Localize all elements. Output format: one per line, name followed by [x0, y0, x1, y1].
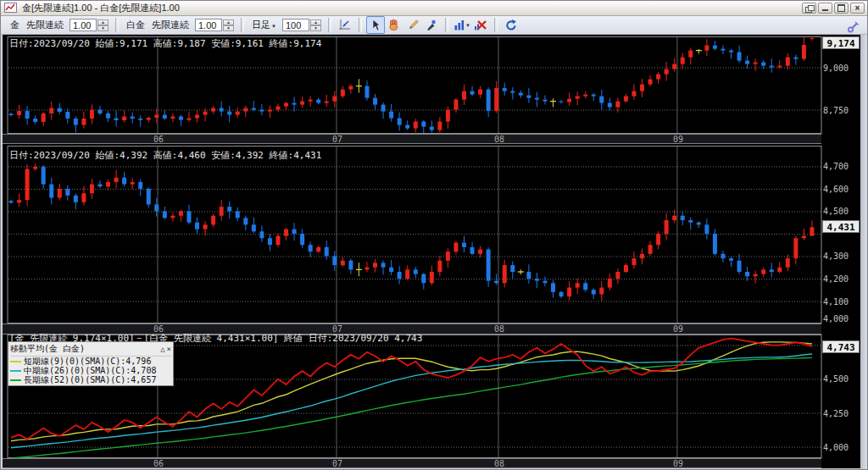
month-label: 08: [494, 459, 504, 468]
legend-collapse-button[interactable]: △: [160, 345, 164, 353]
sma9-color-swatch: [10, 361, 21, 362]
refresh-button[interactable]: [502, 16, 520, 34]
time-axis-strip: 06070809: [3, 458, 821, 468]
time-axis-strip: 06070809: [3, 134, 821, 144]
application-window: 金[先限連続]1.00 - 白金[先限連続]1.00 × 金 先限連続 1.00…: [0, 0, 868, 470]
svg-text:9,000: 9,000: [823, 64, 849, 73]
toolbar-separator: [494, 18, 498, 32]
bar-count-stepper[interactable]: 100 ▲▼: [282, 19, 321, 31]
stepper-up-icon: ▲: [223, 19, 234, 25]
ma-legend-title: 移動平均(金 白金): [10, 343, 85, 355]
month-label: 09: [673, 324, 683, 334]
toolbar: 金 先限連続 1.00 ▲▼ 白金 先限連続 1.00 ▲▼ 日足▼ 100 ▲…: [1, 16, 867, 35]
hand-tool-button[interactable]: [385, 16, 403, 34]
stepper-down-icon: ▼: [310, 25, 321, 31]
minimize-button[interactable]: [818, 3, 832, 14]
sma52-color-swatch: [10, 379, 21, 381]
month-label: 09: [673, 135, 683, 144]
month-label: 07: [332, 459, 342, 468]
stepper-down-icon: ▼: [223, 25, 234, 31]
maximize-button[interactable]: [834, 3, 849, 14]
ma-legend: 移動平均(金 白金) △ × 短期線(9)(0)(SMA)(C):4,796 中…: [8, 341, 174, 386]
stepper-up-icon: ▲: [97, 19, 108, 25]
app-chart-icon: [4, 3, 18, 14]
sma26-color-swatch: [10, 370, 21, 372]
month-label: 06: [153, 135, 164, 144]
remove-indicator-button[interactable]: [471, 16, 490, 34]
platinum-multiplier-stepper[interactable]: 1.00 ▲▼: [195, 19, 234, 31]
window-title: 金[先限連続]1.00 - 白金[先限連続]1.00: [22, 2, 180, 14]
platinum-ohlc-info: 日付:2023/09/20 始値:4,392 高値:4,460 安値:4,392…: [9, 149, 321, 162]
pencil-tool-button[interactable]: [403, 16, 422, 34]
month-label: 09: [673, 459, 683, 468]
toolbar-separator: [241, 18, 244, 32]
svg-text:8,750: 8,750: [823, 106, 849, 115]
stepper-down-icon: ▼: [97, 25, 108, 31]
svg-text:4,000: 4,000: [823, 443, 849, 452]
gold-ohlc-info: 日付:2023/09/20 始値:9,171 高値:9,187 安値:9,161…: [9, 37, 321, 50]
month-label: 06: [153, 459, 164, 468]
platinum-series-label: 先限連続: [152, 19, 189, 31]
platinum-candlestick-chart[interactable]: 4,7004,6004,5004,3004,2004,1004,000: [3, 146, 860, 323]
month-label: 08: [494, 324, 504, 334]
toolbar-separator: [328, 18, 331, 32]
chart-area[interactable]: 日付:2023/09/20 始値:9,171 高値:9,187 安値:9,161…: [1, 35, 868, 470]
crosshair-tool-button[interactable]: [336, 16, 354, 34]
pen-tool-button[interactable]: [422, 16, 441, 34]
gold-multiplier-stepper[interactable]: 1.00 ▲▼: [70, 19, 108, 31]
window-frame-right: [860, 35, 868, 470]
toolbar-separator: [115, 18, 119, 32]
svg-text:4,000: 4,000: [823, 314, 849, 323]
month-label: 08: [494, 135, 504, 144]
title-bar: 金[先限連続]1.00 - 白金[先限連続]1.00 ×: [1, 1, 867, 16]
svg-text:4,700: 4,700: [823, 162, 849, 171]
timeframe-dropdown[interactable]: 日足▼: [252, 19, 276, 31]
gold-series-label: 先限連続: [26, 19, 64, 31]
svg-text:4,500: 4,500: [823, 207, 849, 216]
svg-text:4,200: 4,200: [823, 274, 849, 284]
popout-window-button[interactable]: [802, 3, 816, 14]
svg-text:4,300: 4,300: [823, 252, 849, 261]
toolbar-separator: [359, 18, 362, 32]
gold-candlestick-chart[interactable]: 9,0008,750: [3, 36, 860, 134]
svg-text:4,600: 4,600: [823, 185, 849, 194]
settings-wrench-icon[interactable]: [843, 18, 862, 36]
legend-item-sma52: 長期線(52)(0)(SMA)(C):4,657: [10, 375, 171, 384]
chart-type-button[interactable]: ▼: [453, 16, 471, 34]
svg-text:4,250: 4,250: [823, 409, 849, 418]
close-button[interactable]: ×: [850, 3, 865, 14]
svg-text:4,500: 4,500: [823, 374, 849, 384]
gold-symbol-label: 金: [10, 19, 19, 31]
toolbar-separator: [445, 18, 448, 32]
month-label: 07: [332, 135, 342, 144]
stepper-up-icon: ▲: [310, 19, 321, 25]
chevron-down-icon: ▼: [271, 24, 276, 29]
spread-last-price-tag: 4,743: [822, 340, 860, 353]
select-tool-button[interactable]: [366, 16, 385, 34]
svg-text:4,100: 4,100: [823, 297, 849, 307]
platinum-last-price-tag: 4,431: [822, 220, 860, 233]
gold-last-price-tag: 9,174: [822, 36, 860, 49]
chevron-down-icon: ▼: [465, 23, 470, 28]
legend-close-button[interactable]: ×: [167, 345, 171, 353]
platinum-symbol-label: 白金: [126, 19, 145, 31]
